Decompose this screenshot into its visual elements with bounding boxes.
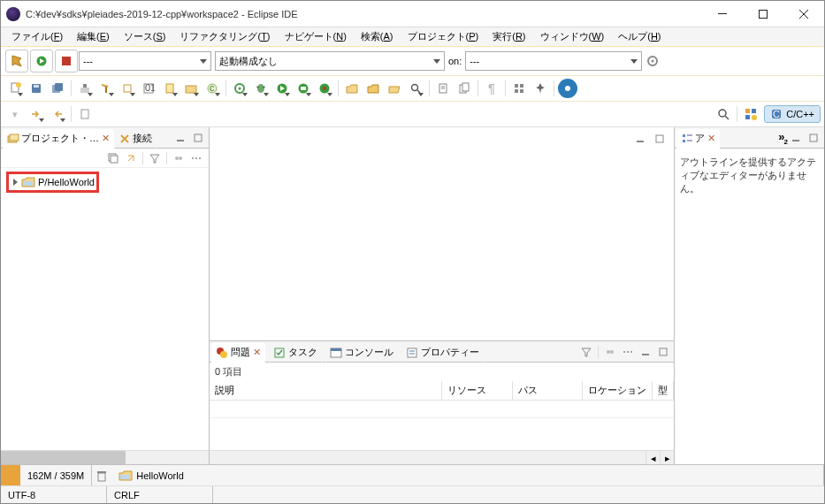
menu-run[interactable]: 実行(R) xyxy=(485,28,532,45)
grid-button[interactable] xyxy=(509,79,529,98)
maximize-button[interactable] xyxy=(743,1,783,27)
c-file-button[interactable]: c xyxy=(202,79,222,98)
profile-button[interactable] xyxy=(315,79,334,98)
focus-icon[interactable] xyxy=(171,150,187,166)
problems-table[interactable]: 説明 リソース パス ロケーション 型 xyxy=(210,381,674,450)
run-button[interactable] xyxy=(30,50,53,73)
open-type-button[interactable] xyxy=(385,79,404,98)
tab-connections[interactable]: 接続 xyxy=(114,129,157,149)
project-tree[interactable]: P/HelloWorld xyxy=(1,168,209,450)
new-button[interactable] xyxy=(5,79,25,98)
close-icon[interactable]: ✕ xyxy=(253,347,261,358)
search-icon[interactable] xyxy=(714,104,733,124)
launch-config-gear-icon[interactable] xyxy=(643,51,662,71)
menu-window[interactable]: ウィンドウ(W) xyxy=(533,28,612,45)
copy-button[interactable] xyxy=(455,79,474,98)
task-button[interactable] xyxy=(433,79,453,98)
filter-icon[interactable] xyxy=(578,344,594,360)
toolchain-button[interactable] xyxy=(118,79,137,98)
open-perspective-button[interactable] xyxy=(741,104,760,124)
stop-button[interactable] xyxy=(55,50,78,73)
title-bar: C:¥dev¥sdks¥pleiades-2019-12-cpp¥workspa… xyxy=(1,1,824,27)
tab-properties[interactable]: プロパティー xyxy=(401,343,484,363)
menu-navigate[interactable]: ナビゲート(N) xyxy=(278,28,354,45)
launch-config-select-2[interactable]: 起動構成なし xyxy=(215,51,445,71)
tree-item-helloworld[interactable]: P/HelloWorld xyxy=(6,172,99,193)
gc-button[interactable] xyxy=(92,465,111,485)
col-location[interactable]: ロケーション xyxy=(582,381,652,401)
close-icon[interactable]: ✕ xyxy=(102,133,110,144)
minimize-button[interactable] xyxy=(702,1,743,27)
search-toolbar-button[interactable] xyxy=(406,79,425,98)
menu-search[interactable]: 検索(A) xyxy=(354,28,401,45)
minimize-view-icon[interactable] xyxy=(788,130,804,146)
collapse-all-icon[interactable] xyxy=(105,150,121,166)
tab-console[interactable]: コンソール xyxy=(325,343,398,363)
menu-edit[interactable]: 編集(E) xyxy=(70,28,117,45)
maximize-view-icon[interactable] xyxy=(190,130,206,146)
menu-source[interactable]: ソース(S) xyxy=(117,28,173,45)
encoding-status[interactable]: UTF-8 xyxy=(1,486,107,503)
folder-stack-icon xyxy=(7,133,19,145)
wizard-button[interactable] xyxy=(160,79,180,98)
filter-icon[interactable] xyxy=(147,150,163,166)
svg-point-64 xyxy=(195,157,197,159)
link-button[interactable] xyxy=(75,104,95,124)
binary-button[interactable]: 010 xyxy=(139,79,158,98)
minimize-view-icon[interactable] xyxy=(172,130,188,146)
menu-project[interactable]: プロジェクト(P) xyxy=(401,28,486,45)
scroll-right-icon[interactable]: ▸ xyxy=(660,451,674,465)
hammer-button[interactable] xyxy=(96,79,116,98)
expand-icon[interactable] xyxy=(11,178,19,187)
target-button[interactable] xyxy=(230,79,249,98)
save-all-button[interactable] xyxy=(48,79,67,98)
launch-target-select[interactable]: --- xyxy=(465,51,642,71)
editor-maximize-icon[interactable] xyxy=(652,131,668,147)
tab-tasks[interactable]: タスク xyxy=(269,343,322,363)
tab-outline[interactable]: ア ✕ xyxy=(676,129,720,149)
debug-button[interactable] xyxy=(251,79,271,98)
bottom-horizontal-scrollbar[interactable]: ◂ ▸ xyxy=(210,450,674,464)
editor-minimize-icon[interactable] xyxy=(632,131,648,147)
maximize-view-icon[interactable] xyxy=(806,130,821,146)
menu-file[interactable]: ファイル(F) xyxy=(4,28,70,45)
tab-project-explorer[interactable]: プロジェクト・… ✕ xyxy=(3,129,114,149)
line-ending-status[interactable]: CRLF xyxy=(107,486,213,503)
pin-button[interactable] xyxy=(531,79,550,98)
svg-rect-68 xyxy=(656,135,663,142)
open-folder-button[interactable] xyxy=(363,79,383,98)
link-editor-icon[interactable] xyxy=(123,150,139,166)
col-type[interactable]: 型 xyxy=(653,381,674,401)
focus-icon[interactable] xyxy=(602,344,618,360)
tab-problems[interactable]: 問題 ✕ xyxy=(211,343,265,363)
folder-c-button[interactable] xyxy=(181,79,201,98)
build-all-button[interactable] xyxy=(75,79,95,98)
paragraph-button[interactable]: ¶ xyxy=(482,79,501,98)
settings-button[interactable] xyxy=(558,79,577,98)
overflow-indicator[interactable]: »2 xyxy=(778,130,787,146)
close-icon[interactable]: ✕ xyxy=(707,133,715,144)
build-button[interactable] xyxy=(5,50,28,73)
coverage-button[interactable] xyxy=(294,79,313,98)
col-path[interactable]: パス xyxy=(512,381,582,401)
breadcrumb[interactable]: HelloWorld xyxy=(111,465,824,485)
left-horizontal-scrollbar[interactable] xyxy=(1,450,209,464)
open-project-button[interactable] xyxy=(342,79,362,98)
save-button[interactable] xyxy=(27,79,46,98)
view-menu-icon[interactable] xyxy=(188,150,204,166)
launch-config-select-1[interactable]: --- xyxy=(79,51,211,71)
back-dropdown-button[interactable]: ▾ xyxy=(5,104,25,124)
scroll-left-icon[interactable]: ◂ xyxy=(645,451,660,465)
menu-refactor[interactable]: リファクタリング(T) xyxy=(172,28,277,45)
perspective-cpp[interactable]: C C/C++ xyxy=(764,105,821,123)
prev-button[interactable] xyxy=(48,104,67,124)
minimize-view-icon[interactable] xyxy=(638,344,653,360)
maximize-view-icon[interactable] xyxy=(655,344,671,360)
next-button[interactable] xyxy=(27,104,46,124)
col-resource[interactable]: リソース xyxy=(442,381,512,401)
run-toolbar-button[interactable] xyxy=(272,79,292,98)
close-button[interactable] xyxy=(783,1,824,27)
view-menu-icon[interactable] xyxy=(620,344,636,360)
col-description[interactable]: 説明 xyxy=(210,381,442,401)
menu-help[interactable]: ヘルプ(H) xyxy=(611,28,668,45)
